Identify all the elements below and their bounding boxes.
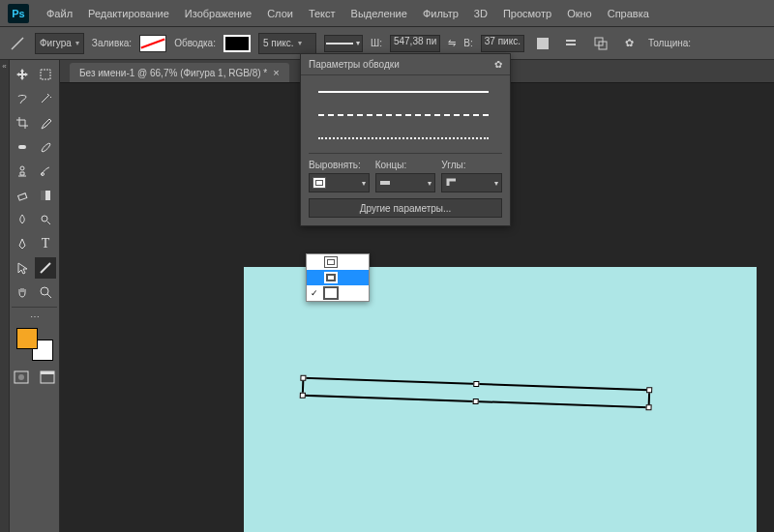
blur-tool[interactable] bbox=[12, 209, 33, 230]
svg-rect-21 bbox=[41, 371, 54, 374]
corner-miter-icon bbox=[445, 177, 459, 189]
transform-handle[interactable] bbox=[473, 381, 479, 387]
shape-line-object[interactable] bbox=[302, 377, 650, 409]
stroke-label: Обводка: bbox=[174, 38, 216, 48]
cap-butt-icon bbox=[379, 177, 393, 189]
stroke-preset-dotted[interactable] bbox=[309, 130, 498, 147]
corners-dropdown[interactable]: ▾ bbox=[441, 173, 502, 192]
fill-swatch[interactable] bbox=[139, 35, 166, 52]
caps-dropdown[interactable]: ▾ bbox=[375, 173, 436, 192]
link-wh-icon[interactable]: ⇋ bbox=[448, 38, 456, 48]
zoom-tool[interactable] bbox=[35, 281, 56, 303]
transform-handle[interactable] bbox=[645, 404, 651, 410]
align-option-inside[interactable] bbox=[307, 254, 369, 270]
panel-title: Параметры обводки bbox=[309, 59, 400, 70]
menu-window[interactable]: Окно bbox=[559, 4, 600, 23]
path-align-icon[interactable] bbox=[532, 33, 553, 54]
dodge-tool[interactable] bbox=[35, 209, 56, 230]
screenmode-icon[interactable] bbox=[38, 367, 58, 388]
tool-mode-dropdown[interactable]: Фигура ▾ bbox=[35, 33, 84, 54]
quickmask-icon[interactable] bbox=[12, 367, 32, 388]
stroke-style-dropdown[interactable]: ▾ bbox=[324, 35, 363, 52]
align-center-icon bbox=[324, 272, 338, 283]
lasso-tool[interactable] bbox=[12, 88, 33, 109]
stroke-options-panel: Параметры обводки ✿ Выровнять: ▾ Концы: … bbox=[300, 53, 511, 226]
caps-label: Концы: bbox=[375, 160, 436, 170]
brush-tool[interactable] bbox=[35, 136, 56, 158]
marquee-tool[interactable] bbox=[35, 64, 56, 85]
stroke-width-dropdown[interactable]: 5 пикс. ▾ bbox=[258, 33, 316, 54]
type-tool[interactable]: T bbox=[35, 233, 56, 254]
menu-3d[interactable]: 3D bbox=[466, 4, 495, 23]
svg-rect-22 bbox=[380, 181, 390, 185]
panel-header[interactable]: Параметры обводки ✿ bbox=[301, 54, 510, 75]
svg-rect-1 bbox=[537, 38, 549, 49]
menu-file[interactable]: Файл bbox=[39, 4, 80, 23]
menu-edit[interactable]: Редактирование bbox=[80, 4, 177, 23]
stamp-tool[interactable] bbox=[12, 161, 33, 182]
align-dropdown-menu: ✓ bbox=[306, 253, 370, 302]
left-strip: « bbox=[0, 60, 10, 532]
height-label: В: bbox=[463, 38, 472, 48]
menu-text[interactable]: Текст bbox=[301, 4, 343, 23]
stroke-preset-dashed[interactable] bbox=[309, 106, 498, 124]
line-shape-tool[interactable] bbox=[35, 257, 56, 279]
align-option-outside[interactable]: ✓ bbox=[307, 285, 369, 301]
gear-icon[interactable]: ✿ bbox=[619, 33, 640, 54]
chevron-down-icon: ▾ bbox=[494, 179, 498, 188]
close-tab-icon[interactable]: × bbox=[273, 67, 279, 78]
menu-select[interactable]: Выделение bbox=[343, 4, 415, 23]
menu-layer[interactable]: Слои bbox=[259, 4, 301, 23]
path-combine-icon[interactable] bbox=[590, 33, 611, 54]
path-select-tool[interactable] bbox=[12, 257, 33, 279]
stroke-preset-solid[interactable] bbox=[309, 83, 498, 101]
foreground-swatch[interactable] bbox=[16, 328, 38, 349]
stroke-swatch[interactable] bbox=[223, 35, 251, 52]
crop-tool[interactable] bbox=[12, 112, 33, 133]
line-tool-icon bbox=[8, 34, 27, 53]
path-arrange-icon[interactable] bbox=[561, 33, 582, 54]
corners-label: Углы: bbox=[441, 160, 502, 170]
transform-handle[interactable] bbox=[473, 399, 479, 404]
toolbox-more-icon[interactable]: ⋯ bbox=[12, 311, 57, 322]
menu-image[interactable]: Изображение bbox=[177, 4, 259, 23]
svg-point-13 bbox=[42, 216, 47, 222]
eyedropper-tool[interactable] bbox=[35, 112, 56, 133]
transform-handle[interactable] bbox=[300, 375, 306, 381]
color-swatches[interactable] bbox=[16, 328, 53, 361]
align-dropdown[interactable]: ▾ bbox=[309, 173, 370, 192]
menu-filter[interactable]: Фильтр bbox=[415, 4, 466, 23]
align-label: Выровнять: bbox=[309, 160, 370, 170]
menu-view[interactable]: Просмотр bbox=[495, 4, 559, 23]
document-tab-title: Без имени-1 @ 66,7% (Фигура 1, RGB/8) * bbox=[79, 68, 267, 78]
menu-help[interactable]: Справка bbox=[600, 4, 657, 23]
eraser-tool[interactable] bbox=[12, 185, 33, 206]
transform-handle[interactable] bbox=[646, 387, 652, 393]
history-brush-tool[interactable] bbox=[35, 161, 56, 182]
wand-tool[interactable] bbox=[35, 88, 56, 109]
canvas[interactable] bbox=[244, 267, 757, 532]
document-tab[interactable]: Без имени-1 @ 66,7% (Фигура 1, RGB/8) * … bbox=[70, 63, 289, 82]
app-logo: Ps bbox=[8, 4, 29, 23]
height-field[interactable]: 37 пикс. bbox=[481, 35, 524, 52]
more-options-button[interactable]: Другие параметры... bbox=[309, 198, 502, 218]
svg-rect-10 bbox=[18, 193, 27, 200]
pen-tool[interactable] bbox=[12, 233, 33, 254]
width-field[interactable]: 547,38 пи bbox=[390, 35, 440, 52]
svg-rect-12 bbox=[41, 191, 45, 200]
svg-point-16 bbox=[41, 287, 48, 295]
heal-tool[interactable] bbox=[12, 136, 33, 158]
svg-point-9 bbox=[42, 173, 45, 176]
move-tool[interactable] bbox=[12, 64, 33, 85]
stroke-width-value: 5 пикс. bbox=[263, 38, 294, 48]
gradient-tool[interactable] bbox=[35, 185, 56, 206]
panel-gear-icon[interactable]: ✿ bbox=[494, 59, 502, 70]
collapse-icon[interactable]: « bbox=[0, 62, 9, 71]
transform-handle[interactable] bbox=[300, 393, 306, 399]
width-label: Ш: bbox=[371, 38, 382, 48]
align-option-center[interactable] bbox=[307, 270, 369, 285]
toolbox: T ⋯ bbox=[10, 60, 60, 532]
chevron-down-icon: ▾ bbox=[298, 39, 302, 47]
svg-point-8 bbox=[20, 166, 24, 170]
hand-tool[interactable] bbox=[12, 281, 33, 303]
